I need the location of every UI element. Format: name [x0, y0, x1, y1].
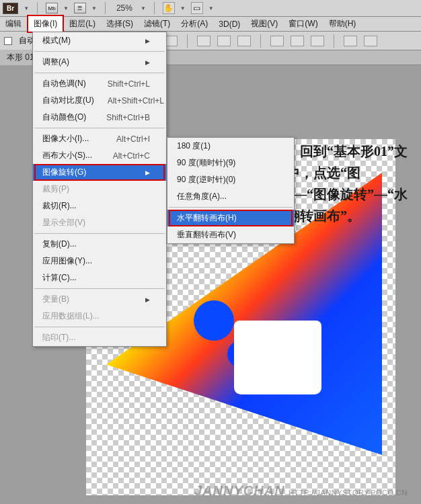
arrange-icon[interactable] — [344, 36, 357, 46]
menu-select[interactable]: 选择(S) — [101, 16, 139, 32]
rotate-90-cw[interactable]: 90 度(顺时针)(9) — [167, 155, 294, 171]
menu-view[interactable]: 视图(V) — [245, 16, 283, 32]
menu-apply-dataset: 应用数据组(L)... — [33, 308, 166, 325]
watermark-url: HTTP://JANNYSTORY.POCO.CN — [289, 489, 408, 497]
menu-crop[interactable]: 裁切(R)... — [33, 198, 166, 214]
separator — [154, 2, 155, 14]
rotate-arbitrary[interactable]: 任意角度(A)... — [167, 188, 294, 205]
menu-mode[interactable]: 模式(M)▶ — [33, 32, 166, 49]
label: 180 度(1) — [177, 140, 210, 152]
separator — [37, 2, 38, 14]
label: 应用图像(Y)... — [42, 255, 92, 267]
align-right-icon[interactable] — [237, 36, 251, 46]
shortcut: Alt+Shift+Ctrl+L — [108, 96, 164, 106]
menu-adjustments[interactable]: 调整(A)▶ — [33, 54, 166, 71]
image-dropdown-menu: 模式(M)▶ 调整(A)▶ 自动色调(N)Shift+Ctrl+L 自动对比度(… — [32, 32, 167, 347]
label: 复制(D)... — [42, 239, 77, 250]
menu-crop-trim: 裁剪(P) — [33, 181, 166, 198]
menu-canvas-size[interactable]: 画布大小(S)...Alt+Ctrl+C — [33, 147, 166, 164]
submenu-arrow-icon: ▶ — [145, 59, 150, 66]
menu-calculations[interactable]: 计算(C)... — [33, 269, 166, 286]
label: 自动色调(N) — [42, 78, 86, 89]
label: 显示全部(V) — [42, 217, 85, 228]
distribute-space-icon[interactable] — [311, 36, 324, 46]
bridge-badge[interactable]: Br — [3, 3, 18, 14]
menu-trap: 陷印(T)... — [33, 329, 166, 346]
flip-canvas-vertical[interactable]: 垂直翻转画布(V) — [167, 226, 294, 243]
label: 水平翻转画布(H) — [177, 212, 237, 224]
menu-window[interactable]: 窗口(W) — [283, 16, 323, 32]
menu-auto-contrast[interactable]: 自动对比度(U)Alt+Shift+Ctrl+L — [33, 92, 166, 109]
separator — [260, 34, 261, 48]
label: 90 度(逆时针)(0) — [177, 174, 235, 185]
arrange-icon[interactable] — [364, 36, 377, 46]
dropdown-icon[interactable]: ▼ — [208, 5, 214, 11]
menu-image-size[interactable]: 图像大小(I)...Alt+Ctrl+I — [33, 130, 166, 147]
rotate-180[interactable]: 180 度(1) — [167, 138, 294, 155]
menu-duplicate[interactable]: 复制(D)... — [33, 236, 166, 253]
watermark: JANNYCHAN HTTP://JANNYSTORY.POCO.CN — [194, 483, 408, 499]
label: 裁剪(P) — [42, 183, 69, 195]
screen-mode-icon[interactable]: ▭ — [191, 2, 203, 14]
submenu-arrow-icon: ▶ — [145, 38, 150, 44]
history-icon[interactable]: ☰ — [74, 3, 86, 13]
zoom-dropdown-icon[interactable]: ▼ — [141, 5, 146, 11]
distribute-v-icon[interactable] — [291, 36, 304, 46]
label: 陷印(T)... — [42, 332, 75, 343]
separator — [334, 34, 334, 48]
submenu-arrow-icon: ▶ — [145, 296, 150, 303]
label: 应用数据组(L)... — [42, 310, 100, 322]
watermark-name: JANNYCHAN — [194, 483, 285, 498]
menu-auto-color[interactable]: 自动颜色(O)Shift+Ctrl+B — [33, 109, 166, 126]
menu-auto-tone[interactable]: 自动色调(N)Shift+Ctrl+L — [33, 75, 166, 92]
separator — [34, 128, 165, 128]
hand-tool-icon[interactable]: ✋ — [163, 2, 175, 14]
label: 画布大小(S)... — [42, 150, 92, 161]
separator — [169, 207, 293, 208]
bridge-dropdown-icon[interactable]: ▼ — [24, 5, 29, 11]
label: 调整(A) — [42, 56, 69, 68]
shortcut: Alt+Ctrl+I — [116, 134, 150, 144]
label: 裁切(R)... — [42, 200, 77, 212]
menu-filter[interactable]: 滤镜(T) — [139, 16, 176, 32]
shortcut: Shift+Ctrl+B — [106, 113, 150, 122]
separator — [105, 2, 106, 14]
label: 变量(B) — [42, 294, 69, 305]
rotate-90-ccw[interactable]: 90 度(逆时针)(0) — [167, 171, 294, 188]
image-rotation-submenu: 180 度(1) 90 度(顺时针)(9) 90 度(逆时针)(0) 任意角度(… — [167, 137, 295, 244]
separator — [34, 73, 165, 73]
separator — [34, 327, 165, 327]
separator — [34, 233, 165, 234]
submenu-arrow-icon: ▶ — [145, 169, 150, 176]
dropdown-icon[interactable]: ▼ — [63, 5, 69, 11]
menu-reveal-all: 显示全部(V) — [33, 214, 166, 231]
menu-help[interactable]: 帮助(H) — [323, 16, 362, 32]
label: 90 度(顺时针)(9) — [177, 157, 235, 169]
align-center-icon[interactable] — [217, 36, 231, 46]
menu-image-rotation[interactable]: 图像旋转(G)▶ — [33, 164, 166, 181]
menu-image[interactable]: 图像(I) — [27, 15, 64, 33]
distribute-h-icon[interactable] — [270, 36, 284, 46]
menu-edit[interactable]: 编辑 — [0, 16, 27, 32]
separator — [187, 34, 188, 48]
label: 自动颜色(O) — [42, 112, 86, 123]
flip-canvas-horizontal[interactable]: 水平翻转画布(H) — [167, 210, 294, 226]
label: 模式(M) — [42, 35, 71, 46]
shortcut: Shift+Ctrl+L — [108, 79, 150, 89]
auto-select-checkbox[interactable] — [4, 37, 12, 45]
dropdown-icon[interactable]: ▼ — [180, 5, 186, 11]
label: 垂直翻转画布(V) — [177, 229, 236, 241]
menu-layer[interactable]: 图层(L) — [64, 16, 101, 32]
menu-apply-image[interactable]: 应用图像(Y)... — [33, 253, 166, 269]
menu-3d[interactable]: 3D(D) — [213, 17, 245, 31]
launch-icon[interactable]: Mb — [46, 3, 58, 13]
label: 自动对比度(U) — [42, 95, 94, 106]
zoom-level[interactable]: 25% — [116, 3, 132, 13]
label: 计算(C)... — [42, 272, 77, 284]
label: 图像大小(I)... — [42, 133, 89, 144]
menu-analysis[interactable]: 分析(A) — [176, 16, 213, 32]
dropdown-icon[interactable]: ▼ — [91, 5, 97, 11]
label: 图像旋转(G) — [42, 167, 86, 178]
menu-variables: 变量(B)▶ — [33, 291, 166, 308]
align-left-icon[interactable] — [197, 36, 210, 46]
